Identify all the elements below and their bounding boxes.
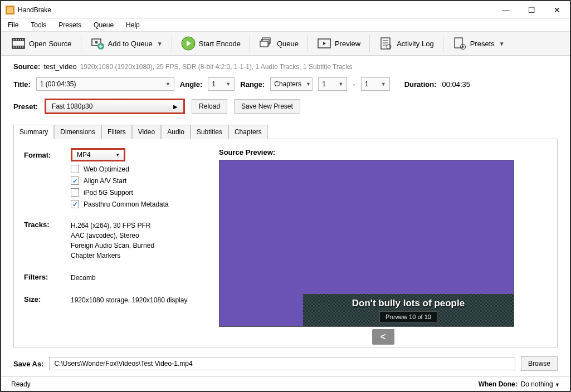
close-button[interactable]: ✕ (544, 2, 570, 18)
reload-button[interactable]: Reload (192, 99, 227, 114)
save-as-label: Save As: (13, 360, 43, 368)
title-row: Title: 1 (00:04:35)▼ Angle: 1▼ Range: Ch… (13, 77, 558, 91)
svg-rect-30 (455, 38, 462, 48)
preview-count-badge: Preview 10 of 10 (379, 311, 437, 322)
preview-overlay: Don't bully lots of people Preview 10 of… (303, 294, 514, 326)
tab-dimensions[interactable]: Dimensions (54, 125, 101, 139)
activity-log-button[interactable]: Activity Log (374, 34, 438, 53)
summary-panel: Format: MP4▾ Web Optimized Align A/V Sta… (13, 139, 558, 347)
align-av-checkbox[interactable] (71, 177, 79, 185)
menubar: File Tools Presets Queue Help (1, 19, 570, 31)
source-label: Source: (13, 62, 40, 71)
preview-button[interactable]: Preview (313, 34, 365, 53)
range-label: Range: (240, 80, 265, 89)
duration-value: 00:04:35 (442, 80, 470, 89)
size-value: 1920x1080 storage, 1920x1080 display (71, 295, 188, 305)
app-icon (6, 6, 14, 14)
ipod-checkbox[interactable] (71, 188, 79, 197)
add-to-queue-button[interactable]: Add to Queue ▼ (86, 34, 167, 53)
presets-button[interactable]: Presets ▼ (448, 34, 509, 53)
save-as-row: Save As: Browse (13, 356, 558, 371)
toolbar: Open Source Add to Queue ▼ Start Encode … (1, 31, 570, 56)
menu-help[interactable]: Help (124, 20, 142, 30)
chevron-right-icon: ▶ (173, 104, 178, 110)
source-name: test_video (43, 62, 76, 71)
content-area: Source: test_video 1920x1080 (1920x1080)… (1, 56, 570, 376)
format-select[interactable]: MP4▾ (71, 148, 125, 161)
log-icon (379, 36, 393, 51)
filters-label: Filters: (24, 273, 71, 283)
start-encode-button[interactable]: Start Encode (177, 34, 245, 53)
minimize-button[interactable]: — (493, 2, 519, 18)
chevron-down-icon[interactable]: ▼ (157, 41, 163, 47)
tab-filters[interactable]: Filters (101, 125, 132, 139)
chapter-from-select[interactable]: 1▼ (318, 77, 347, 91)
svg-rect-14 (22, 47, 23, 48)
svg-marker-24 (323, 42, 326, 45)
preset-row: Preset: Fast 1080p30 ▶ Reload Save New P… (13, 99, 558, 114)
align-av-label: Align A/V Start (84, 177, 126, 185)
svg-rect-10 (13, 47, 14, 48)
chevron-down-icon[interactable]: ▼ (499, 41, 505, 47)
browse-button[interactable]: Browse (521, 356, 558, 371)
tabs: Summary Dimensions Filters Video Audio S… (13, 124, 558, 139)
passthru-label: Passthru Common Metadata (84, 200, 169, 208)
maximize-button[interactable]: ☐ (519, 2, 544, 18)
preset-select[interactable]: Fast 1080p30 ▶ (45, 99, 185, 114)
angle-select[interactable]: 1▼ (208, 77, 235, 91)
svg-rect-11 (16, 47, 17, 48)
status-text: Ready (11, 380, 31, 388)
format-label: Format: (24, 151, 71, 159)
presets-icon (452, 36, 467, 51)
duration-label: Duration: (404, 80, 437, 89)
tab-chapters[interactable]: Chapters (228, 125, 268, 139)
tab-subtitles[interactable]: Subtitles (191, 125, 228, 139)
angle-label: Angle: (180, 80, 202, 89)
web-optimized-label: Web Optimized (84, 165, 129, 173)
tracks-label: Tracks: (24, 220, 71, 261)
play-icon (181, 36, 196, 51)
svg-rect-13 (20, 47, 21, 48)
preview-icon (317, 36, 331, 51)
menu-tools[interactable]: Tools (28, 20, 48, 30)
chapter-to-select[interactable]: 1▼ (361, 77, 390, 91)
source-preview: Don't bully lots of people Preview 10 of… (219, 160, 514, 327)
svg-rect-1 (7, 7, 13, 13)
ipod-label: iPod 5G Support (84, 189, 133, 197)
add-queue-icon (90, 36, 105, 51)
svg-rect-6 (16, 40, 17, 41)
queue-button[interactable]: Queue (255, 34, 303, 53)
queue-icon (259, 36, 274, 51)
save-new-preset-button[interactable]: Save New Preset (234, 99, 300, 114)
when-done-select[interactable]: Do nothing ▼ (521, 380, 560, 388)
passthru-checkbox[interactable] (71, 200, 79, 208)
svg-rect-5 (13, 40, 14, 41)
filters-value: Decomb (71, 273, 96, 283)
svg-rect-12 (18, 47, 19, 48)
when-done-label: When Done: (479, 380, 518, 388)
preview-prev-button[interactable]: < (372, 329, 394, 345)
save-as-input[interactable] (49, 357, 515, 370)
title-label: Title: (13, 80, 31, 89)
tracks-values: H.264 (x264), 30 FPS PFR AAC (avcodec), … (71, 220, 154, 261)
web-optimized-checkbox[interactable] (71, 165, 79, 173)
film-icon (11, 36, 26, 51)
source-info: 1920x1080 (1920x1080), 25 FPS, SDR (8-bi… (80, 63, 353, 71)
title-select[interactable]: 1 (00:04:35)▼ (36, 77, 174, 91)
open-source-button[interactable]: Open Source (7, 34, 76, 53)
menu-file[interactable]: File (6, 20, 21, 30)
tab-video[interactable]: Video (132, 125, 161, 139)
svg-rect-22 (260, 41, 268, 47)
svg-point-29 (387, 45, 391, 49)
svg-point-32 (462, 46, 463, 48)
tab-audio[interactable]: Audio (161, 125, 191, 139)
menu-queue[interactable]: Queue (91, 20, 116, 30)
statusbar: Ready When Done: Do nothing ▼ (1, 376, 570, 391)
menu-presets[interactable]: Presets (56, 20, 84, 30)
tab-summary[interactable]: Summary (13, 125, 54, 139)
range-select[interactable]: Chapters▼ (270, 77, 313, 91)
svg-rect-25 (381, 38, 390, 49)
window-title: HandBrake (18, 6, 493, 14)
svg-rect-7 (18, 40, 19, 41)
svg-point-16 (95, 41, 97, 44)
